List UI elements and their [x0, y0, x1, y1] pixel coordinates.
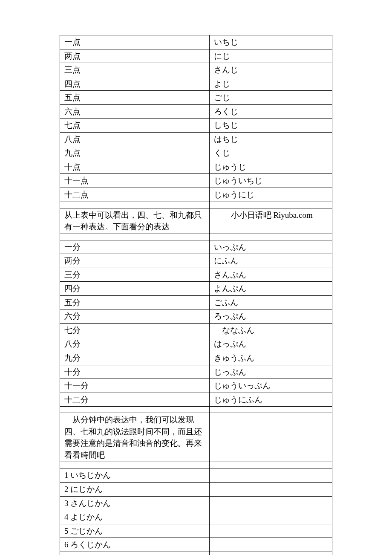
- table-row: 五点ごじ: [60, 91, 332, 105]
- minute-cn: 五分: [60, 295, 210, 309]
- hour-jp: しちじ: [210, 119, 332, 133]
- minute-cn: 两分: [60, 254, 210, 268]
- minute-jp: じゅういっぷん: [210, 379, 332, 393]
- hour-cn: 十二点: [60, 188, 210, 202]
- hour-jp: じゅうにじ: [210, 188, 332, 202]
- minute-jp: ろっぷん: [210, 309, 332, 324]
- hour-jp: はちじ: [210, 132, 332, 146]
- hour-cn: 八点: [60, 132, 210, 146]
- minute-jp: にふん: [210, 254, 332, 268]
- hour-cn: 十一点: [60, 174, 210, 188]
- table-row: 7 しちじかん: [60, 552, 332, 555]
- table-row: 七点しちじ: [60, 119, 332, 133]
- minute-jp: いっぷん: [210, 240, 332, 254]
- hour-cn: 五点: [60, 91, 210, 105]
- minute-cn: 九分: [60, 351, 210, 365]
- minute-jp: ごふん: [210, 295, 332, 309]
- hour-jp: よじ: [210, 77, 332, 91]
- table-row: 3 さんじかん: [60, 496, 332, 510]
- table-row: 十点じゅうじ: [60, 160, 332, 174]
- minute-cn: 十分: [60, 365, 210, 379]
- minute-cn: 八分: [60, 337, 210, 351]
- hour-jp: じゅういちじ: [210, 174, 332, 188]
- minute-jp: はっぷん: [210, 337, 332, 351]
- minute-cn: 七分: [60, 323, 210, 337]
- duration: 5 ごじかん: [60, 524, 210, 538]
- hour-cn: 六点: [60, 104, 210, 119]
- table-row: 4 よじかん: [60, 510, 332, 524]
- table-row: 2 にじかん: [60, 482, 332, 496]
- table-row: 两点にじ: [60, 49, 332, 63]
- minute-cn: 十一分: [60, 379, 210, 393]
- table-row: 八分はっぷん: [60, 337, 332, 351]
- hour-jp: ごじ: [210, 91, 332, 105]
- table-row: 九点くじ: [60, 146, 332, 160]
- minute-cn: 四分: [60, 282, 210, 296]
- table-row: 七分 ななふん: [60, 323, 332, 337]
- table-row: 十一点じゅういちじ: [60, 174, 332, 188]
- duration: 2 にじかん: [60, 482, 210, 496]
- table-row: 两分にふん: [60, 254, 332, 268]
- minute-cn: 六分: [60, 309, 210, 324]
- empty-row: [60, 202, 332, 208]
- minute-jp: よんぷん: [210, 282, 332, 296]
- table-row: 六分ろっぷん: [60, 309, 332, 324]
- minute-cn: 三分: [60, 268, 210, 282]
- note1-right: 小小日语吧 Riyuba.com: [210, 208, 332, 234]
- minute-jp: じっぷん: [210, 365, 332, 379]
- minute-cn: 十二分: [60, 393, 210, 407]
- hour-jp: じゅうじ: [210, 160, 332, 174]
- note-row: 从分钟中的表达中，我们可以发现四、七和九的说法跟时间不同，而且还需要注意的是清音…: [60, 413, 332, 462]
- table-row: 十二点じゅうにじ: [60, 188, 332, 202]
- minute-jp: きゅうふん: [210, 351, 332, 365]
- table-row: 十一分じゅういっぷん: [60, 379, 332, 393]
- hour-jp: さんじ: [210, 63, 332, 77]
- table-row: 十二分じゅうにふん: [60, 393, 332, 407]
- table-row: 一分いっぷん: [60, 240, 332, 254]
- time-table: 一点いちじ 两点にじ 三点さんじ 四点よじ 五点ごじ 六点ろくじ 七点しちじ 八…: [60, 35, 332, 555]
- hour-cn: 三点: [60, 63, 210, 77]
- note1-left: 从上表中可以看出，四、七、和九都只有一种表达。下面看分的表达: [60, 208, 210, 234]
- minute-cn: 一分: [60, 240, 210, 254]
- minute-jp: じゅうにふん: [210, 393, 332, 407]
- empty-row: [60, 462, 332, 468]
- minute-jp: さんぷん: [210, 268, 332, 282]
- table-row: 1 いちじかん: [60, 468, 332, 483]
- duration: 4 よじかん: [60, 510, 210, 524]
- hour-cn: 九点: [60, 146, 210, 160]
- hour-cn: 十点: [60, 160, 210, 174]
- hour-cn: 四点: [60, 77, 210, 91]
- table-row: 八点はちじ: [60, 132, 332, 146]
- note-row: 从上表中可以看出，四、七、和九都只有一种表达。下面看分的表达 小小日语吧 Riy…: [60, 208, 332, 234]
- duration: 6 ろくじかん: [60, 538, 210, 552]
- hour-jp: くじ: [210, 146, 332, 160]
- table-row: 三点さんじ: [60, 63, 332, 77]
- table-row: 九分きゅうふん: [60, 351, 332, 365]
- minute-jp: ななふん: [210, 323, 332, 337]
- duration: 3 さんじかん: [60, 496, 210, 510]
- table-row: 四分よんぷん: [60, 282, 332, 296]
- table-row: 四点よじ: [60, 77, 332, 91]
- table-row: 6 ろくじかん: [60, 538, 332, 552]
- table-row: 五分ごふん: [60, 295, 332, 309]
- note2: 从分钟中的表达中，我们可以发现四、七和九的说法跟时间不同，而且还需要注意的是清音…: [60, 413, 210, 462]
- hour-cn: 七点: [60, 119, 210, 133]
- empty-row: [60, 234, 332, 240]
- table-row: 六点ろくじ: [60, 104, 332, 119]
- hour-cn: 一点: [60, 35, 210, 49]
- hour-jp: にじ: [210, 49, 332, 63]
- table-row: 十分じっぷん: [60, 365, 332, 379]
- page: 一点いちじ 两点にじ 三点さんじ 四点よじ 五点ごじ 六点ろくじ 七点しちじ 八…: [0, 0, 392, 555]
- hour-cn: 两点: [60, 49, 210, 63]
- duration: 7 しちじかん: [60, 552, 210, 555]
- table-row: 5 ごじかん: [60, 524, 332, 538]
- hour-jp: ろくじ: [210, 104, 332, 119]
- empty-row: [60, 407, 332, 413]
- table-row: 三分さんぷん: [60, 268, 332, 282]
- table-row: 一点いちじ: [60, 35, 332, 49]
- duration: 1 いちじかん: [60, 468, 210, 483]
- hour-jp: いちじ: [210, 35, 332, 49]
